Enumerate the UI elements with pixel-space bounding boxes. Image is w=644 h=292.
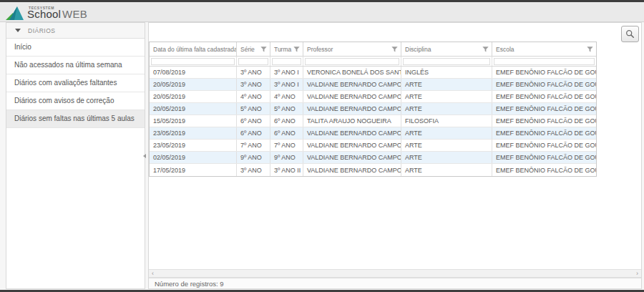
table-row[interactable]: 20/05/2019 4º ANO 4º ANO VALDIANE BERNAR…: [150, 91, 596, 103]
search-button[interactable]: [621, 26, 639, 42]
app-logo: TECSYSTEM SchoolWEB: [6, 4, 87, 21]
cell-turma: 6º ANO: [270, 115, 303, 127]
filter-input-turma[interactable]: [272, 58, 301, 65]
cell-date: 20/05/2019: [150, 91, 237, 102]
cell-serie: 3º ANO: [237, 164, 270, 176]
column-header-data-falta[interactable]: Data do última falta cadastrada: [150, 42, 237, 56]
grid-status-bar: Número de registros: 9: [149, 278, 641, 288]
cell-serie: 9º ANO: [237, 152, 270, 163]
column-label: Série: [240, 46, 255, 53]
sidebar-group-diarios[interactable]: DIÁRIOS: [6, 23, 145, 39]
cell-serie: 7º ANO: [237, 140, 270, 151]
cell-professor: VALDIANE BERNARDO CAMPOS: [303, 164, 401, 176]
filter-input-professor[interactable]: [305, 58, 399, 65]
column-header-turma[interactable]: Turma: [270, 42, 303, 56]
filter-cell: [401, 57, 492, 66]
filter-input-data-falta[interactable]: [151, 58, 235, 65]
column-header-escola[interactable]: Escola: [492, 42, 596, 56]
table-row[interactable]: 02/05/2019 9º ANO 9º ANO VALDIANE BERNAR…: [150, 152, 596, 164]
filter-cell: [270, 57, 303, 66]
cell-escola: EMEF BENÔNIO FALCÃO DE GOUVÊA: [492, 164, 596, 176]
cell-date: 02/05/2019: [150, 152, 237, 163]
cell-serie: 4º ANO: [237, 91, 270, 102]
horizontal-scrollbar[interactable]: ‹ ›: [149, 269, 641, 278]
filter-funnel-icon[interactable]: [391, 47, 398, 52]
cell-escola: EMEF BENÔNIO FALCÃO DE GOUVÊA: [492, 127, 596, 139]
filter-input-escola[interactable]: [494, 58, 595, 65]
sidebar-panel: DIÁRIOS Início Não acessados na última s…: [6, 22, 145, 289]
sidebar-collapse-handle[interactable]: [143, 154, 146, 158]
cell-escola: EMEF BENÔNIO FALCÃO DE GOUVÊA: [492, 103, 596, 115]
sidebar-group-label: DIÁRIOS: [28, 27, 55, 34]
scroll-right-icon[interactable]: ›: [633, 270, 641, 277]
table-row[interactable]: 17/05/2019 3º ANO 3º ANO II VALDIANE BER…: [150, 164, 596, 176]
cell-disciplina: INGLÊS: [401, 67, 492, 78]
column-label: Professor: [307, 46, 333, 53]
cell-serie: 6º ANO: [237, 115, 270, 127]
cell-turma: 3º ANO I: [270, 67, 303, 78]
filter-funnel-icon[interactable]: [482, 47, 489, 52]
grid-body: 07/08/2019 3º ANO 3º ANO I VERONICA BONE…: [150, 67, 596, 176]
cell-serie: 6º ANO: [237, 127, 270, 139]
brand-company-label: TECSYSTEM: [29, 6, 54, 10]
column-label: Turma: [274, 46, 291, 53]
cell-escola: EMEF BENÔNIO FALCÃO DE GOUVÊA: [492, 91, 596, 102]
filter-input-disciplina[interactable]: [403, 58, 490, 65]
filter-funnel-icon[interactable]: [587, 47, 593, 52]
cell-turma: 3º ANO II: [270, 164, 303, 176]
table-row[interactable]: 20/05/2019 3º ANO 3º ANO I VALDIANE BERN…: [150, 79, 596, 91]
filter-cell: [237, 57, 270, 66]
column-header-serie[interactable]: Série: [237, 42, 270, 56]
cell-professor: VALDIANE BERNARDO CAMPOS: [303, 140, 401, 151]
cell-disciplina: ARTE: [401, 91, 492, 102]
main-content-panel: Data do última falta cadastrada Série Tu…: [148, 22, 642, 289]
cell-turma: 4º ANO: [270, 91, 303, 102]
sidebar-item-sem-faltas[interactable]: Diários sem faltas nas últimas 5 aulas: [6, 110, 145, 128]
filter-cell: [303, 57, 401, 66]
table-row[interactable]: 23/05/2019 7º ANO 7º ANO VALDIANE BERNAR…: [150, 140, 596, 152]
cell-disciplina: ARTE: [401, 152, 492, 163]
cell-date: 07/08/2019: [150, 67, 237, 78]
sidebar-item-avaliacoes-faltantes[interactable]: Diários com avaliações faltantes: [6, 74, 145, 92]
filter-funnel-icon[interactable]: [293, 47, 300, 52]
cell-disciplina: FILOSOFIA: [401, 115, 492, 127]
filter-input-serie[interactable]: [238, 58, 268, 65]
cell-professor: VALDIANE BERNARDO CAMPOS: [303, 127, 401, 139]
grid-filter-row: [150, 57, 596, 67]
cell-professor: VALDIANE BERNARDO CAMPOS: [303, 79, 401, 90]
sidebar-item-nao-acessados[interactable]: Não acessados na última semana: [6, 57, 145, 74]
cell-date: 20/05/2019: [150, 103, 237, 115]
cell-disciplina: ARTE: [401, 103, 492, 115]
column-header-professor[interactable]: Professor: [303, 42, 401, 56]
cell-turma: 5º ANO: [270, 103, 303, 115]
table-row[interactable]: 23/05/2019 6º ANO 6º ANO VALDIANE BERNAR…: [150, 127, 596, 140]
table-row[interactable]: 07/08/2019 3º ANO 3º ANO I VERONICA BONE…: [150, 67, 596, 79]
cell-date: 15/05/2019: [150, 115, 237, 127]
grid-header-row: Data do última falta cadastrada Série Tu…: [150, 42, 596, 57]
app-logo-text: TECSYSTEM SchoolWEB: [27, 8, 87, 21]
table-row[interactable]: 15/05/2019 6º ANO 6º ANO TALITA ARAUJO N…: [150, 115, 596, 127]
cell-professor: VALDIANE BERNARDO CAMPOS: [303, 152, 401, 163]
sidebar-item-avisos-correcao[interactable]: Diários com avisos de correção: [6, 92, 145, 110]
cell-disciplina: ARTE: [401, 164, 492, 176]
cell-turma: 6º ANO: [270, 127, 303, 139]
cell-professor: VERONICA BONELÁ DOS SANTOS: [303, 67, 401, 78]
cell-professor: VALDIANE BERNARDO CAMPOS: [303, 91, 401, 102]
cell-turma: 9º ANO: [270, 152, 303, 163]
cell-turma: 3º ANO I: [270, 79, 303, 90]
cell-professor: VALDIANE BERNARDO CAMPOS: [303, 103, 401, 115]
table-row[interactable]: 20/05/2019 5º ANO 5º ANO VALDIANE BERNAR…: [150, 103, 596, 115]
column-header-disciplina[interactable]: Disciplina: [401, 42, 492, 56]
scroll-left-icon[interactable]: ‹: [149, 270, 157, 277]
column-label: Disciplina: [405, 46, 431, 53]
filter-funnel-icon[interactable]: [260, 47, 267, 52]
cell-date: 23/05/2019: [150, 127, 237, 139]
cell-professor: TALITA ARAUJO NOGUEIRA: [303, 115, 401, 127]
cell-turma: 7º ANO: [270, 140, 303, 151]
sidebar-item-inicio[interactable]: Início: [6, 39, 145, 57]
cell-disciplina: ARTE: [401, 140, 492, 151]
filter-cell: [492, 57, 596, 66]
filter-cell: [150, 57, 237, 66]
cell-date: 23/05/2019: [150, 140, 237, 151]
cell-escola: EMEF BENÔNIO FALCÃO DE GOUVÊA: [492, 152, 596, 163]
